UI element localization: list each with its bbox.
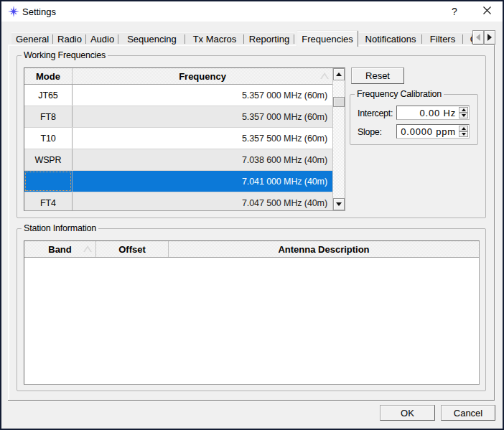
wsjtx-star-icon	[8, 6, 19, 17]
tab-label: Notifications	[365, 34, 416, 45]
spin-up-button[interactable]	[459, 107, 468, 113]
mode-cell[interactable]: FT8	[24, 106, 73, 127]
table-row[interactable]: FT85.357 000 MHz (60m)	[24, 106, 332, 128]
working-frequencies-group-label: Working Frequencies	[22, 50, 108, 61]
station-information-group: Station Information Band Offset Antenna …	[17, 228, 486, 391]
wf-column-header-frequency[interactable]: Frequency	[73, 68, 332, 84]
sort-ascending-icon	[83, 246, 92, 252]
si-column-header-band[interactable]: Band	[24, 241, 96, 257]
tab-pane-border-right	[494, 45, 495, 401]
tab-label: Sequencing	[127, 34, 177, 45]
tab-notifications[interactable]: Notifications	[359, 32, 422, 45]
frequency-calibration-group: Frequency Calibration Intercept: 0.00 Hz…	[350, 94, 478, 145]
slope-spinner	[459, 126, 468, 137]
tab-radio[interactable]: Radio	[53, 32, 86, 45]
working-frequencies-table: Mode Frequency JT655.357 000 MHz (60m)FT…	[24, 67, 345, 211]
si-column-header-offset[interactable]: Offset	[96, 241, 169, 257]
si-column-header-antenna[interactable]: Antenna Description	[169, 241, 479, 257]
titlebar: Settings ?	[1, 1, 503, 22]
right-arrow-icon	[487, 34, 492, 41]
intercept-spinbox[interactable]: 0.00 Hz	[396, 106, 470, 120]
tab-pane-border-top	[8, 45, 495, 46]
tab-reporting[interactable]: Reporting	[244, 32, 294, 45]
tab-scroll-left-button[interactable]	[472, 30, 484, 45]
table-row[interactable]: 7.041 000 MHz (40m)	[24, 171, 332, 192]
close-icon	[483, 6, 491, 14]
mode-cell[interactable]: T10	[24, 128, 73, 149]
window-title: Settings	[22, 6, 56, 18]
tab-tx-macros[interactable]: Tx Macros	[185, 32, 244, 45]
slope-label: Slope:	[358, 126, 382, 138]
spin-up-button[interactable]	[459, 126, 468, 131]
tab-frequencies[interactable]: Frequencies	[297, 30, 358, 47]
scroll-up-button[interactable]	[333, 68, 345, 80]
tab-separator	[294, 34, 294, 44]
mode-cell[interactable]: JT65	[24, 85, 73, 106]
tab-label: Frequencies	[302, 34, 353, 45]
star-icon-graphic	[8, 6, 19, 17]
tab-label: Radio	[57, 34, 82, 45]
intercept-spinner	[459, 107, 468, 118]
frequency-cell[interactable]: 5.357 000 MHz (60m)	[73, 85, 332, 106]
tab-audio[interactable]: Audio	[86, 32, 118, 45]
tab-pane-border-bottom	[8, 400, 495, 401]
frequency-cell[interactable]: 5.357 000 MHz (60m)	[73, 106, 332, 127]
intercept-value: 0.00 Hz	[420, 108, 456, 118]
frequency-cell[interactable]: 5.357 500 MHz (60m)	[73, 128, 332, 149]
tab-label: Filters	[430, 34, 455, 45]
frequency-cell[interactable]: 7.038 600 MHz (40m)	[73, 149, 332, 170]
tab-label: Tx Macros	[193, 34, 237, 45]
tab-general[interactable]: General	[11, 32, 53, 45]
table-row[interactable]: T105.357 500 MHz (60m)	[24, 128, 332, 149]
help-button[interactable]: ?	[440, 1, 469, 22]
slope-value: 0.0000 ppm	[401, 126, 456, 137]
tab-label: Audio	[90, 34, 114, 45]
tab-sequencing[interactable]: Sequencing	[118, 32, 185, 45]
up-arrow-icon	[336, 73, 342, 76]
table-row[interactable]: WSPR7.038 600 MHz (40m)	[24, 149, 332, 171]
tab-colors[interactable]: Colors	[463, 32, 472, 45]
wf-column-header-mode[interactable]: Mode	[24, 68, 73, 84]
spin-down-button[interactable]	[459, 131, 468, 137]
down-arrow-icon	[462, 114, 466, 117]
mode-cell[interactable]: FT4	[24, 192, 73, 210]
sort-ascending-icon	[320, 73, 329, 79]
station-information-group-label: Station Information	[22, 223, 98, 234]
slope-spinbox[interactable]: 0.0000 ppm	[396, 124, 470, 139]
mode-cell[interactable]: WSPR	[24, 149, 73, 170]
spin-down-button[interactable]	[459, 113, 468, 118]
tab-pane-border-left	[8, 45, 9, 401]
frequency-cell[interactable]: 7.041 000 MHz (40m)	[73, 171, 332, 192]
intercept-label: Intercept:	[358, 108, 393, 119]
up-arrow-icon	[462, 127, 466, 130]
tab-filters[interactable]: Filters	[422, 32, 463, 45]
mode-cell[interactable]	[24, 171, 73, 192]
ok-button[interactable]: OK	[380, 405, 435, 421]
down-arrow-icon	[336, 202, 342, 206]
tab-label: General	[16, 34, 49, 45]
settings-dialog: Settings ? GeneralRadioAudioSequencingTx…	[0, 0, 504, 430]
working-frequencies-group: Working Frequencies Mode Frequency JT655…	[17, 55, 486, 218]
frequency-cell[interactable]: 7.047 500 MHz (40m)	[73, 192, 332, 210]
scrollbar-thumb[interactable]	[333, 97, 345, 107]
tab-scroller	[472, 30, 495, 45]
reset-button[interactable]: Reset	[351, 67, 404, 84]
frequency-calibration-group-label: Frequency Calibration	[355, 88, 444, 100]
close-button[interactable]	[472, 1, 501, 22]
wf-table-header: Mode Frequency	[24, 68, 332, 85]
si-table-header: Band Offset Antenna Description	[24, 241, 479, 258]
table-row[interactable]: JT655.357 000 MHz (60m)	[24, 85, 332, 106]
station-information-table: Band Offset Antenna Description	[24, 240, 480, 385]
wf-vertical-scrollbar[interactable]	[332, 68, 345, 210]
up-arrow-icon	[462, 108, 466, 111]
tab-scroll-right-button[interactable]	[484, 30, 495, 45]
left-arrow-icon	[476, 34, 480, 41]
tab-label: Reporting	[249, 34, 289, 45]
cancel-button[interactable]: Cancel	[441, 405, 495, 421]
wf-table-body: JT655.357 000 MHz (60m)FT85.357 000 MHz …	[24, 85, 332, 210]
scroll-down-button[interactable]	[333, 198, 345, 210]
down-arrow-icon	[462, 133, 466, 136]
table-row[interactable]: FT47.047 500 MHz (40m)	[24, 192, 332, 210]
